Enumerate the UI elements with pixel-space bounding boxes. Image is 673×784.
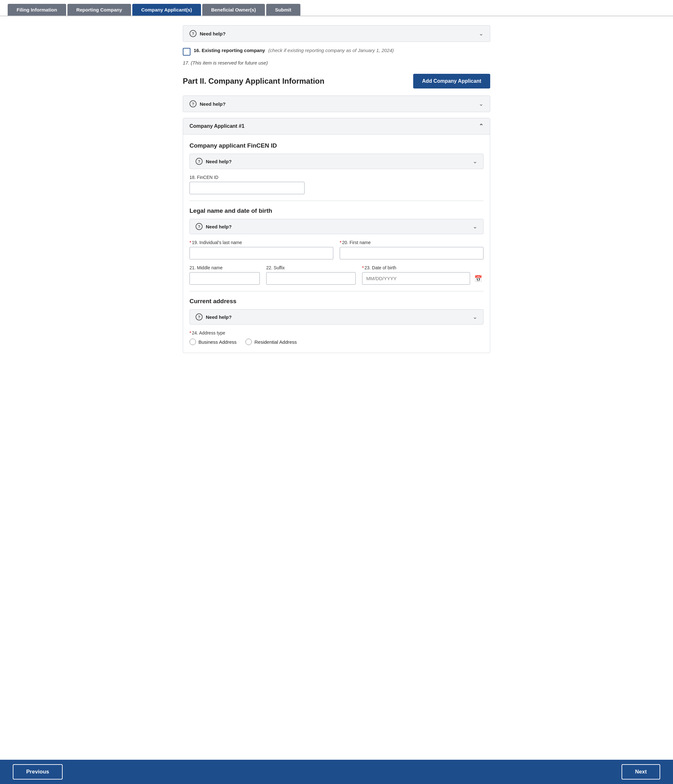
- next-button[interactable]: Next: [622, 764, 660, 779]
- help-icon-2: ?: [190, 100, 196, 107]
- name-dob-row: 21. Middle name 22. Suffix *23. Date of …: [190, 265, 483, 285]
- tab-filing-information[interactable]: Filing Information: [8, 4, 66, 16]
- help-icon-4: ?: [196, 223, 203, 230]
- middle-name-input[interactable]: [190, 272, 260, 285]
- field-21-label: 21. Middle name: [190, 265, 260, 270]
- name-row: *19. Individual's last name *20. First n…: [190, 240, 483, 260]
- divider-2: [190, 291, 483, 291]
- date-field-wrap: 📅: [362, 272, 483, 285]
- item-16-label: 16. Existing reporting company: [194, 48, 266, 53]
- bottom-navigation: Previous Next: [0, 760, 673, 784]
- residential-address-radio[interactable]: [245, 339, 252, 345]
- field-21-col: 21. Middle name: [190, 265, 260, 285]
- field-20-label: *20. First name: [340, 240, 483, 245]
- top-help-accordion[interactable]: ? Need help? ⌄: [183, 25, 490, 42]
- item-16-note: (check if existing reporting company as …: [268, 48, 394, 53]
- field-19-label: *19. Individual's last name: [190, 240, 333, 245]
- company-applicant-1-section: Company Applicant #1 ⌃ Company applicant…: [183, 118, 490, 353]
- tab-beneficial-owners[interactable]: Beneficial Owner(s): [202, 4, 265, 16]
- field-20-col: *20. First name: [340, 240, 483, 260]
- field-22-col: 22. Suffix: [266, 265, 356, 285]
- chevron-down-icon-4: ⌄: [473, 223, 477, 230]
- help-label-4: Need help?: [206, 224, 232, 229]
- business-address-option[interactable]: Business Address: [190, 339, 237, 345]
- help-label-2: Need help?: [200, 101, 226, 107]
- field-18-label: 18. FinCEN ID: [190, 175, 483, 180]
- part-ii-header: Part II. Company Applicant Information A…: [183, 74, 490, 89]
- business-address-label: Business Address: [198, 339, 237, 345]
- address-help-accordion[interactable]: ? Need help? ⌄: [190, 309, 483, 325]
- item-16-row: 16. Existing reporting company (check if…: [183, 48, 490, 56]
- legal-help-accordion[interactable]: ? Need help? ⌄: [190, 219, 483, 234]
- chevron-down-icon-2: ⌄: [479, 100, 483, 107]
- tab-submit[interactable]: Submit: [266, 4, 301, 16]
- divider-1: [190, 201, 483, 201]
- help-icon: ?: [190, 30, 196, 37]
- add-company-applicant-button[interactable]: Add Company Applicant: [413, 74, 490, 89]
- company-applicant-1-header[interactable]: Company Applicant #1 ⌃: [183, 118, 490, 134]
- help-label-3: Need help?: [206, 159, 232, 164]
- last-name-input[interactable]: [190, 247, 333, 260]
- business-address-radio[interactable]: [190, 339, 196, 345]
- part-ii-title: Part II. Company Applicant Information: [183, 77, 324, 86]
- field-24-label: *24. Address type: [190, 330, 483, 336]
- help-icon-5: ?: [196, 313, 203, 320]
- main-content: ? Need help? ⌄ 16. Existing reporting co…: [175, 16, 498, 391]
- help-icon-3: ?: [196, 158, 203, 165]
- field-18-wrap: 18. FinCEN ID: [190, 175, 483, 194]
- field-19-col: *19. Individual's last name: [190, 240, 333, 260]
- field-22-label: 22. Suffix: [266, 265, 356, 270]
- chevron-down-icon-3: ⌄: [473, 158, 477, 165]
- field-23-col: *23. Date of birth 📅: [362, 265, 483, 285]
- residential-address-option[interactable]: Residential Address: [245, 339, 297, 345]
- part-ii-help-accordion[interactable]: ? Need help? ⌄: [183, 95, 490, 112]
- previous-button[interactable]: Previous: [13, 764, 62, 779]
- fincen-id-input[interactable]: [190, 182, 305, 194]
- address-subsection-title: Current address: [190, 298, 483, 305]
- tab-company-applicants[interactable]: Company Applicant(s): [132, 4, 201, 16]
- tab-reporting-company[interactable]: Reporting Company: [67, 4, 131, 16]
- suffix-input[interactable]: [266, 272, 356, 285]
- applicant-1-body: Company applicant FinCEN ID ? Need help?…: [183, 134, 490, 353]
- address-type-radio-group: Business Address Residential Address: [190, 339, 483, 345]
- existing-company-checkbox[interactable]: [183, 48, 190, 56]
- calendar-icon[interactable]: 📅: [473, 273, 483, 284]
- residential-address-label: Residential Address: [254, 339, 297, 345]
- help-label-5: Need help?: [206, 314, 232, 320]
- item-17: 17. (This item is reserved for future us…: [183, 60, 490, 65]
- field-23-label: *23. Date of birth: [362, 265, 483, 270]
- nav-tabs: Filing Information Reporting Company Com…: [0, 0, 673, 16]
- fincen-help-accordion[interactable]: ? Need help? ⌄: [190, 154, 483, 169]
- applicant-1-title: Company Applicant #1: [190, 123, 245, 129]
- help-label: Need help?: [200, 31, 226, 36]
- chevron-down-icon: ⌄: [479, 30, 483, 37]
- fincen-subsection-title: Company applicant FinCEN ID: [190, 142, 483, 149]
- applicant-1-chevron-icon: ⌃: [479, 123, 483, 130]
- chevron-down-icon-5: ⌄: [473, 313, 477, 320]
- legal-subsection-title: Legal name and date of birth: [190, 207, 483, 215]
- first-name-input[interactable]: [340, 247, 483, 260]
- date-of-birth-input[interactable]: [362, 272, 470, 285]
